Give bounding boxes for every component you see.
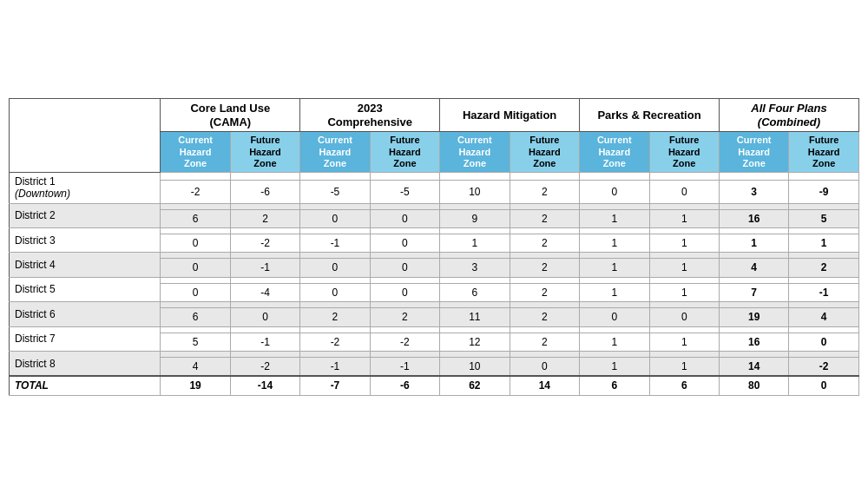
header-group-row: Core Land Use(CAMA) 2023Comprehensive Ha… [10,99,859,132]
row7-label-spacer-0 [161,326,230,333]
row5-col0: 0 [161,283,230,301]
row5-label-spacer-5 [510,277,579,283]
row3-label-spacer-4 [440,228,510,234]
row3-col8: 1 [719,234,788,253]
row4-label-spacer-3 [370,253,439,259]
comp-current-header: CurrentHazardZone [300,132,370,173]
row8-col1: -2 [230,358,299,377]
row2-label-spacer-2 [300,203,370,209]
row6-col0: 6 [161,308,230,326]
row4-col3: 0 [370,259,439,277]
district-cell-1: District 1(Downtown) [10,172,161,203]
row6-col4: 11 [440,308,510,326]
row1-label-spacer-7 [649,172,719,180]
row5-label-spacer-3 [370,277,439,283]
row2-col3: 0 [370,209,439,227]
row2-label-spacer-1 [230,203,299,209]
row5-col9: -1 [789,283,859,301]
row4-col5: 2 [510,259,579,277]
row4-label-spacer-4 [440,253,510,259]
row3-col7: 1 [649,234,719,253]
row3-label-spacer-7 [649,228,719,234]
row8-label-spacer-9 [789,352,859,358]
row8-col8: 14 [719,358,788,377]
row6-col2: 2 [300,308,370,326]
district-cell-6: District 6 [10,302,161,326]
haz-current-header: CurrentHazardZone [440,132,510,173]
row-label-7: District 7 [10,326,859,333]
row7-label-spacer-6 [580,326,649,333]
row6-col5: 2 [510,308,579,326]
row1-col4: 10 [440,180,510,203]
row7-col8: 16 [719,333,788,351]
row1-col7: 0 [649,180,719,203]
total-col9: 0 [789,376,859,395]
district-cell-7: District 7 [10,326,161,351]
row6-label-spacer-6 [580,302,649,308]
row3-col5: 2 [510,234,579,253]
row1-label-spacer-5 [510,172,579,180]
district-cell-8: District 8 [10,352,161,377]
row6-col9: 4 [789,308,859,326]
row5-col6: 1 [580,283,649,301]
all-current-header: CurrentHazardZone [719,132,788,173]
row1-label-spacer-1 [230,172,299,180]
row1-label-spacer-8 [719,172,788,180]
row8-col7: 1 [649,358,719,377]
row6-label-spacer-1 [230,302,299,308]
row2-label-spacer-6 [580,203,649,209]
row6-label-spacer-0 [161,302,230,308]
district-cell-3: District 3 [10,228,161,253]
row1-label-spacer-6 [580,172,649,180]
row8-label-spacer-1 [230,352,299,358]
row7-col1: -1 [230,333,299,351]
row6-col8: 19 [719,308,788,326]
row8-label-spacer-5 [510,352,579,358]
row2-label-spacer-7 [649,203,719,209]
total-col1: -14 [230,376,299,395]
row3-label-spacer-8 [719,228,788,234]
total-col2: -7 [300,376,370,395]
row3-col9: 1 [789,234,859,253]
row3-label-spacer-1 [230,228,299,234]
row5-col8: 7 [719,283,788,301]
table-body: District 1(Downtown)-2-6-5-5102003-9Dist… [10,172,859,395]
row5-label-spacer-2 [300,277,370,283]
row7-col0: 5 [161,333,230,351]
row5-col1: -4 [230,283,299,301]
row4-label-spacer-5 [510,253,579,259]
row7-label-spacer-8 [719,326,788,333]
row7-col6: 1 [580,333,649,351]
row5-label-spacer-0 [161,277,230,283]
row7-col2: -2 [300,333,370,351]
row7-label-spacer-4 [440,326,510,333]
row8-label-spacer-6 [580,352,649,358]
row6-col7: 0 [649,308,719,326]
row3-col3: 0 [370,234,439,253]
row5-label-spacer-6 [580,277,649,283]
row1-col0: -2 [161,180,230,203]
row8-label-spacer-3 [370,352,439,358]
row6-label-spacer-4 [440,302,510,308]
row3-col0: 0 [161,234,230,253]
row6-col3: 2 [370,308,439,326]
row3-label-spacer-5 [510,228,579,234]
park-current-header: CurrentHazardZone [580,132,649,173]
row5-col4: 6 [440,283,510,301]
row6-label-spacer-7 [649,302,719,308]
row4-col0: 0 [161,259,230,277]
row6-label-spacer-2 [300,302,370,308]
total-col4: 62 [440,376,510,395]
row3-label-spacer-0 [161,228,230,234]
district-cell-2: District 2 [10,203,161,227]
row4-label-spacer-7 [649,253,719,259]
row7-label-spacer-1 [230,326,299,333]
main-table-wrapper: Core Land Use(CAMA) 2023Comprehensive Ha… [9,98,859,396]
row8-label-spacer-4 [440,352,510,358]
group-all-plans-header: All Four Plans(Combined) [719,99,858,132]
cama-current-header: CurrentHazardZone [161,132,230,173]
row8-col0: 4 [161,358,230,377]
row4-label-spacer-9 [789,253,859,259]
row8-label-spacer-0 [161,352,230,358]
row2-label-spacer-3 [370,203,439,209]
